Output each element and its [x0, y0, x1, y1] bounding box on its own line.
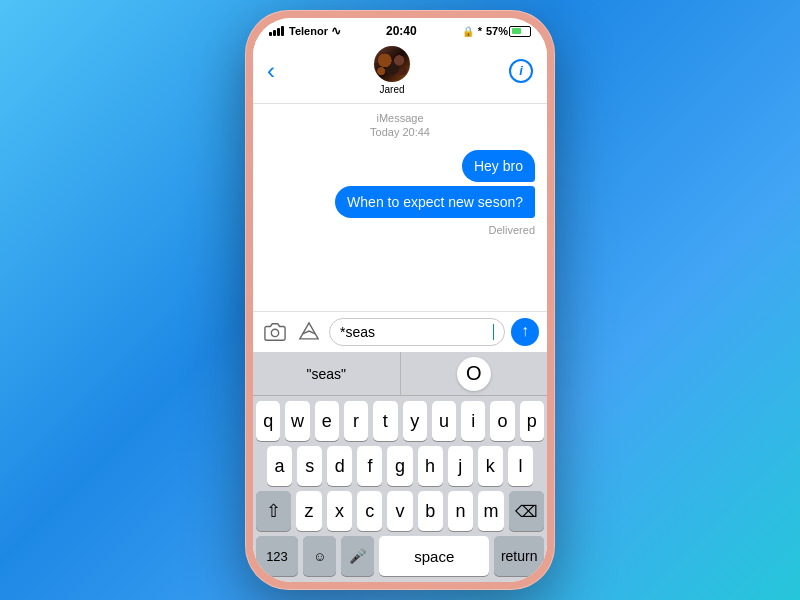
key-v[interactable]: v [387, 491, 412, 531]
send-button[interactable]: ↑ [511, 318, 539, 346]
status-left: Telenor ∿ [269, 24, 341, 38]
delete-key[interactable]: ⌫ [509, 491, 544, 531]
status-bar: Telenor ∿ 20:40 🔒 * 57% [253, 18, 547, 40]
key-w[interactable]: w [285, 401, 309, 441]
battery-fill [512, 28, 522, 34]
key-d[interactable]: d [327, 446, 352, 486]
status-time: 20:40 [386, 24, 417, 38]
key-u[interactable]: u [432, 401, 456, 441]
key-n[interactable]: n [448, 491, 473, 531]
signal-bar-3 [277, 28, 280, 36]
svg-point-0 [271, 329, 278, 336]
avatar-pattern [374, 46, 410, 82]
back-button[interactable]: ‹ [267, 57, 275, 85]
key-c[interactable]: c [357, 491, 382, 531]
camera-icon [264, 321, 286, 343]
key-b[interactable]: b [418, 491, 443, 531]
return-label: return [501, 548, 538, 564]
nav-bar: ‹ Jared i [253, 40, 547, 104]
text-input-container[interactable]: *seas [329, 318, 505, 346]
key-m[interactable]: m [478, 491, 503, 531]
delete-icon: ⌫ [515, 502, 538, 521]
num-key[interactable]: 123 [256, 536, 298, 576]
info-icon-label: i [519, 63, 523, 78]
key-o[interactable]: o [490, 401, 514, 441]
mic-key[interactable]: 🎤 [341, 536, 374, 576]
space-label: space [414, 548, 454, 565]
space-key[interactable]: space [379, 536, 489, 576]
keyboard: q w e r t y u i o p a s d f g h j k [253, 396, 547, 582]
key-r[interactable]: r [344, 401, 368, 441]
phone-frame: Telenor ∿ 20:40 🔒 * 57% ‹ [245, 10, 555, 590]
keyboard-row-3: ⇧ z x c v b n m ⌫ [253, 486, 547, 531]
key-j[interactable]: j [448, 446, 473, 486]
key-f[interactable]: f [357, 446, 382, 486]
contact-name: Jared [379, 84, 404, 95]
messages-container: Hey bro When to expect new seson? Delive… [265, 150, 535, 236]
key-x[interactable]: x [327, 491, 352, 531]
emoji-icon: ☺ [313, 549, 326, 564]
avatar [374, 46, 410, 82]
autocomplete-text: "seas" [306, 366, 346, 382]
keyboard-row-2: a s d f g h j k l [253, 441, 547, 486]
message-area: iMessage Today 20:44 Hey bro When to exp… [253, 104, 547, 311]
key-e[interactable]: e [315, 401, 339, 441]
info-button[interactable]: i [509, 59, 533, 83]
shift-key[interactable]: ⇧ [256, 491, 291, 531]
return-key[interactable]: return [494, 536, 544, 576]
signal-bars [269, 26, 284, 36]
appstore-button[interactable] [295, 318, 323, 346]
send-arrow-icon: ↑ [521, 323, 529, 339]
phone-screen: Telenor ∿ 20:40 🔒 * 57% ‹ [253, 18, 547, 582]
delivered-status: Delivered [489, 224, 535, 236]
key-t[interactable]: t [373, 401, 397, 441]
service-label: iMessage [265, 112, 535, 124]
key-a[interactable]: a [267, 446, 292, 486]
key-h[interactable]: h [418, 446, 443, 486]
num-label: 123 [266, 549, 288, 564]
key-i[interactable]: i [461, 401, 485, 441]
message-bubble-1: Hey bro [462, 150, 535, 182]
key-q[interactable]: q [256, 401, 280, 441]
shift-icon: ⇧ [266, 500, 281, 522]
text-cursor [493, 324, 495, 340]
emoji-key[interactable]: ☺ [303, 536, 336, 576]
key-l[interactable]: l [508, 446, 533, 486]
key-z[interactable]: z [296, 491, 321, 531]
battery-body [509, 26, 531, 37]
input-area: *seas ↑ [253, 311, 547, 352]
key-g[interactable]: g [387, 446, 412, 486]
autocomplete-circle-btn[interactable]: O [457, 357, 491, 391]
key-s[interactable]: s [297, 446, 322, 486]
autocomplete-suggestion-1[interactable]: "seas" [253, 352, 401, 395]
autocomplete-bar: "seas" O [253, 352, 547, 396]
key-y[interactable]: y [403, 401, 427, 441]
battery-percent: 57% [486, 25, 508, 37]
appstore-icon [298, 321, 320, 343]
lock-icon: 🔒 [462, 26, 474, 37]
text-input-value: *seas [340, 324, 493, 340]
battery: 57% [486, 25, 531, 37]
signal-bar-2 [273, 30, 276, 36]
status-right: 🔒 * 57% [462, 25, 531, 37]
camera-button[interactable] [261, 318, 289, 346]
bluetooth-icon: * [478, 25, 482, 37]
contact-avatar-area[interactable]: Jared [374, 46, 410, 95]
key-k[interactable]: k [478, 446, 503, 486]
autocomplete-suggestion-2[interactable]: O [401, 352, 548, 395]
key-p[interactable]: p [520, 401, 544, 441]
carrier-name: Telenor [289, 25, 328, 37]
keyboard-row-4: 123 ☺ 🎤 space return [253, 531, 547, 582]
message-bubble-2: When to expect new seson? [335, 186, 535, 218]
wifi-icon: ∿ [331, 24, 341, 38]
signal-bar-4 [281, 26, 284, 36]
autocomplete-circle-label: O [466, 362, 482, 385]
message-time: Today 20:44 [265, 126, 535, 138]
signal-bar-1 [269, 32, 272, 36]
mic-icon: 🎤 [349, 548, 366, 564]
keyboard-row-1: q w e r t y u i o p [253, 396, 547, 441]
